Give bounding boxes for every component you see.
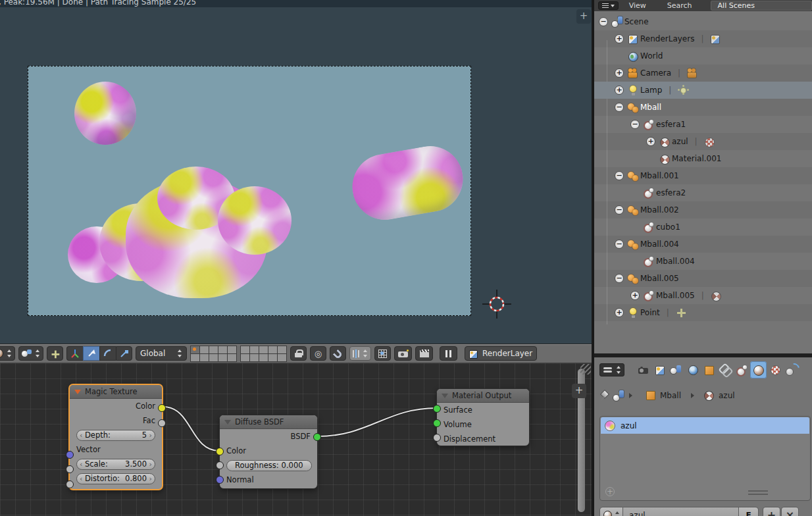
menu-search[interactable]: Search bbox=[657, 1, 703, 10]
properties-tab[interactable] bbox=[651, 361, 668, 378]
expand-toggle-icon[interactable] bbox=[615, 308, 624, 317]
unlink-material-button[interactable]: × bbox=[781, 507, 799, 516]
outliner-row[interactable]: Mball.001 | bbox=[594, 167, 812, 184]
expand-panel-button[interactable]: + bbox=[576, 9, 591, 24]
expand-toggle-icon[interactable] bbox=[599, 17, 608, 26]
outliner-row[interactable]: RenderLayers | bbox=[594, 30, 812, 47]
properties-tab[interactable] bbox=[767, 361, 783, 378]
node-material-output[interactable]: Material Output Surface Volume Displacem… bbox=[436, 388, 530, 446]
node-header[interactable]: Material Output bbox=[437, 389, 529, 403]
roughness-input-socket[interactable] bbox=[216, 461, 224, 469]
displacement-input-socket[interactable] bbox=[433, 434, 441, 442]
properties-tab[interactable] bbox=[783, 361, 799, 378]
expand-toggle-icon[interactable] bbox=[630, 291, 640, 300]
breadcrumb-object[interactable]: Mball bbox=[660, 391, 681, 400]
properties-tab[interactable] bbox=[668, 361, 684, 378]
menu-view[interactable]: View bbox=[619, 1, 657, 10]
expand-toggle-icon[interactable] bbox=[615, 274, 624, 283]
manipulator-toggle-button[interactable] bbox=[47, 346, 63, 361]
normal-input-socket[interactable] bbox=[216, 476, 224, 484]
outliner-row[interactable]: Point | bbox=[594, 304, 812, 321]
snap-target-button[interactable] bbox=[374, 346, 391, 361]
pin-icon[interactable] bbox=[599, 390, 609, 401]
node-diffuse-bsdf[interactable]: Diffuse BSDF BSDF Color Roughness: 0.000… bbox=[219, 415, 318, 489]
scale-manipulator-button[interactable] bbox=[116, 346, 132, 361]
node-magic-texture[interactable]: Magic Texture Color Fac Depth: 5 Vector … bbox=[68, 384, 163, 490]
list-resize-grip[interactable] bbox=[748, 490, 768, 496]
translate-manipulator-button[interactable] bbox=[83, 346, 99, 361]
volume-input-socket[interactable] bbox=[433, 419, 441, 427]
editor-type-button[interactable] bbox=[599, 363, 624, 376]
properties-tab[interactable] bbox=[717, 361, 734, 378]
editor-type-button[interactable] bbox=[598, 1, 619, 10]
add-slot-icon[interactable]: + bbox=[605, 487, 615, 496]
properties-tab[interactable] bbox=[635, 361, 651, 378]
fac-output-socket[interactable] bbox=[158, 419, 166, 427]
viewport-3d[interactable]: + bbox=[0, 7, 592, 344]
outliner-row[interactable]: Camera | bbox=[594, 64, 812, 82]
outliner-row[interactable]: Lamp | bbox=[594, 82, 812, 99]
viewport-shading-dropdown[interactable] bbox=[0, 346, 15, 361]
snap-element-dropdown[interactable] bbox=[349, 346, 371, 361]
expand-toggle-icon[interactable] bbox=[615, 34, 624, 43]
lock-to-scene-button[interactable] bbox=[290, 346, 307, 361]
pivot-point-dropdown[interactable] bbox=[18, 346, 43, 361]
expand-toggle-icon[interactable] bbox=[615, 68, 624, 78]
properties-tab[interactable] bbox=[701, 361, 717, 378]
color-input-socket[interactable] bbox=[216, 448, 224, 455]
outliner-row[interactable]: Mball | bbox=[594, 99, 812, 116]
layer-cell-active[interactable] bbox=[191, 346, 199, 353]
collapse-triangle-icon[interactable] bbox=[74, 390, 81, 394]
expand-toggle-icon[interactable] bbox=[615, 103, 624, 112]
properties-tab[interactable] bbox=[684, 361, 701, 378]
scale-input-socket[interactable] bbox=[66, 465, 74, 473]
scale-field[interactable]: Scale: 3.500 bbox=[76, 459, 155, 470]
expand-toggle-icon[interactable] bbox=[615, 171, 624, 180]
render-layer-dropdown[interactable]: RenderLayer bbox=[465, 346, 537, 361]
collapse-triangle-icon[interactable] bbox=[442, 394, 448, 398]
depth-field[interactable]: Depth: 5 bbox=[76, 430, 155, 441]
vector-input-socket[interactable] bbox=[66, 451, 74, 459]
outliner-row[interactable]: Scene | bbox=[594, 13, 812, 30]
properties-tab[interactable] bbox=[734, 361, 750, 378]
pause-render-button[interactable] bbox=[440, 346, 457, 361]
new-material-button[interactable]: + bbox=[763, 507, 780, 516]
node-editor[interactable]: Magic Texture Color Fac Depth: 5 Vector … bbox=[0, 363, 592, 516]
distortion-field[interactable]: Distortio: 0.800 bbox=[76, 473, 155, 484]
area-resize-handle[interactable] bbox=[580, 364, 591, 374]
outliner-row[interactable]: esfera1 | bbox=[594, 116, 812, 133]
outliner-row[interactable]: cubo1 | bbox=[594, 219, 812, 236]
display-filter-dropdown[interactable]: All Scenes bbox=[711, 1, 812, 11]
bsdf-output-socket[interactable] bbox=[313, 433, 321, 441]
surface-input-socket[interactable] bbox=[433, 405, 441, 413]
material-slot-selected[interactable]: azul bbox=[601, 417, 809, 434]
expand-toggle-icon[interactable] bbox=[615, 86, 624, 95]
breadcrumb-material[interactable]: azul bbox=[719, 391, 735, 400]
expand-toggle-icon[interactable] bbox=[615, 240, 624, 249]
expand-panel-button[interactable]: + bbox=[572, 384, 586, 398]
outliner-row[interactable]: Mball.002 | bbox=[594, 201, 812, 219]
properties-tab[interactable] bbox=[750, 361, 767, 378]
outliner-row[interactable]: Mball.005 | bbox=[594, 270, 812, 287]
outliner-row[interactable]: World | bbox=[594, 47, 812, 64]
node-header[interactable]: Diffuse BSDF bbox=[220, 415, 317, 429]
layers-grid-1[interactable] bbox=[190, 346, 237, 362]
render-still-button[interactable] bbox=[394, 346, 412, 361]
coordinate-system-dropdown[interactable]: Global bbox=[136, 346, 187, 361]
snap-toggle-button[interactable] bbox=[330, 346, 346, 361]
expand-toggle-icon[interactable] bbox=[646, 137, 655, 146]
color-output-socket[interactable] bbox=[158, 404, 166, 412]
collapse-triangle-icon[interactable] bbox=[224, 420, 231, 425]
distortion-input-socket[interactable] bbox=[66, 480, 74, 488]
roughness-field[interactable]: Roughness: 0.000 bbox=[226, 460, 312, 471]
rotate-manipulator-button[interactable] bbox=[99, 346, 116, 361]
outliner-row[interactable]: Mball.004 | bbox=[594, 253, 812, 270]
expand-toggle-icon[interactable] bbox=[630, 120, 640, 129]
outliner-row[interactable]: Material.001 | bbox=[594, 150, 812, 167]
expand-toggle-icon[interactable] bbox=[615, 205, 624, 215]
node-header[interactable]: Magic Texture bbox=[70, 385, 162, 399]
outliner-row[interactable]: Mball.005 | bbox=[594, 287, 812, 304]
fake-user-button[interactable]: F bbox=[739, 507, 759, 516]
material-name-field[interactable]: azul bbox=[623, 507, 739, 516]
axes-tripod-icon[interactable] bbox=[66, 346, 83, 361]
